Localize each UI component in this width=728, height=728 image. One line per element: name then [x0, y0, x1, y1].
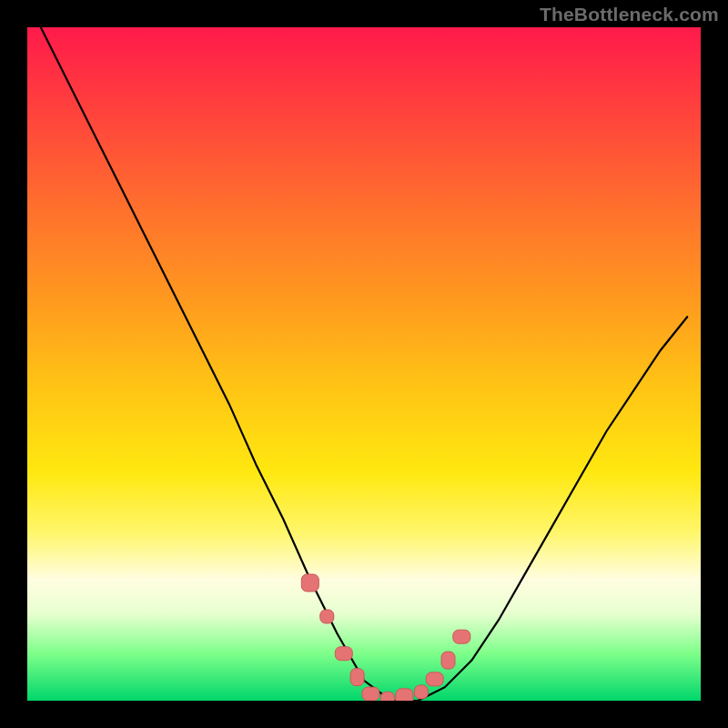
highlight-marker	[350, 669, 364, 686]
highlight-marker	[380, 692, 394, 701]
highlight-marker	[441, 652, 455, 669]
highlight-marker	[396, 689, 413, 701]
bottleneck-curve	[41, 27, 687, 701]
highlight-marker	[362, 687, 379, 701]
highlight-marker	[414, 685, 428, 699]
watermark-text: TheBottleneck.com	[540, 4, 719, 25]
highlight-marker	[335, 647, 352, 661]
highlight-marker	[426, 672, 443, 686]
chart-frame: TheBottleneck.com	[0, 0, 728, 728]
plot-area	[27, 27, 701, 701]
highlight-marker	[320, 610, 334, 623]
marker-layer	[27, 27, 701, 701]
curve-layer	[27, 27, 701, 701]
highlight-marker	[301, 574, 318, 592]
highlight-marker	[453, 630, 470, 643]
